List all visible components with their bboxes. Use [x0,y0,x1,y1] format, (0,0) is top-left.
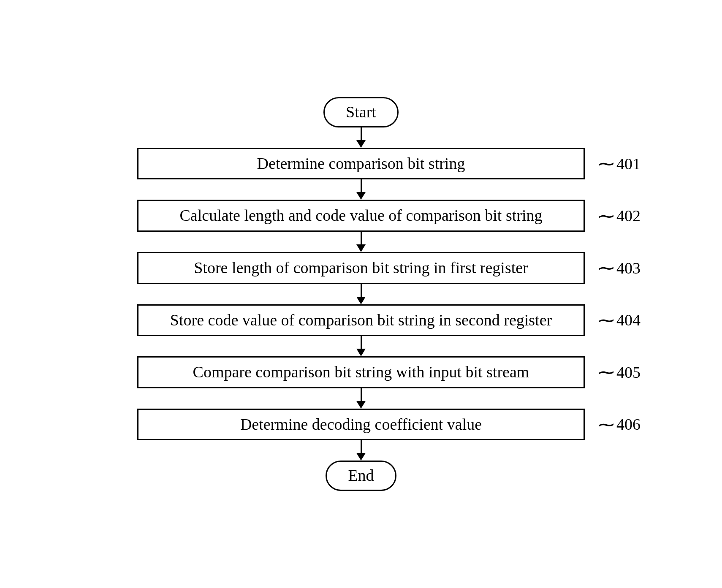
arrow [356,388,366,409]
step-401: Determine comparison bit string [137,148,585,180]
start-label: Start [346,103,376,121]
ref-number: 404 [616,311,641,329]
arrow [356,179,366,200]
leader-tilde: ∼ [597,153,616,174]
step-label: Calculate length and code value of compa… [180,206,543,224]
arrow [356,440,366,461]
step-row-405: Compare comparison bit string with input… [137,356,585,388]
leader-tilde: ∼ [597,310,616,331]
step-403: Store length of comparison bit string in… [137,252,585,284]
ref-number: 401 [616,154,641,173]
leader-tilde: ∼ [597,414,616,435]
step-label: Determine decoding coefficient value [240,415,482,433]
step-405: Compare comparison bit string with input… [137,356,585,388]
step-label: Determine comparison bit string [257,154,465,172]
leader-tilde: ∼ [597,257,616,278]
step-row-406: Determine decoding coefficient value ∼40… [137,409,585,441]
ref-406: ∼406 [597,414,641,435]
arrow [356,127,366,148]
ref-number: 406 [616,415,641,434]
arrow [356,336,366,356]
arrow [356,232,366,252]
ref-402: ∼402 [597,206,641,226]
step-label: Store length of comparison bit string in… [194,259,528,276]
step-402: Calculate length and code value of compa… [137,200,585,232]
step-404: Store code value of comparison bit strin… [137,304,585,336]
ref-number: 403 [616,259,641,277]
ref-number: 402 [616,206,641,225]
end-label: End [348,466,374,484]
leader-tilde: ∼ [597,362,616,382]
step-row-402: Calculate length and code value of compa… [137,200,585,232]
leader-tilde: ∼ [597,206,616,226]
flowchart: Start Determine comparison bit string ∼4… [137,97,585,491]
arrow [356,284,366,304]
ref-number: 405 [616,363,641,382]
step-label: Store code value of comparison bit strin… [170,311,552,329]
step-row-404: Store code value of comparison bit strin… [137,304,585,336]
step-406: Determine decoding coefficient value [137,409,585,441]
start-terminal: Start [323,97,399,127]
step-row-403: Store length of comparison bit string in… [137,252,585,284]
step-row-401: Determine comparison bit string ∼401 [137,148,585,180]
step-label: Compare comparison bit string with input… [193,363,529,381]
ref-401: ∼401 [597,153,641,174]
ref-405: ∼405 [597,362,641,382]
ref-404: ∼404 [597,310,641,331]
end-terminal: End [326,461,396,491]
ref-403: ∼403 [597,257,641,278]
